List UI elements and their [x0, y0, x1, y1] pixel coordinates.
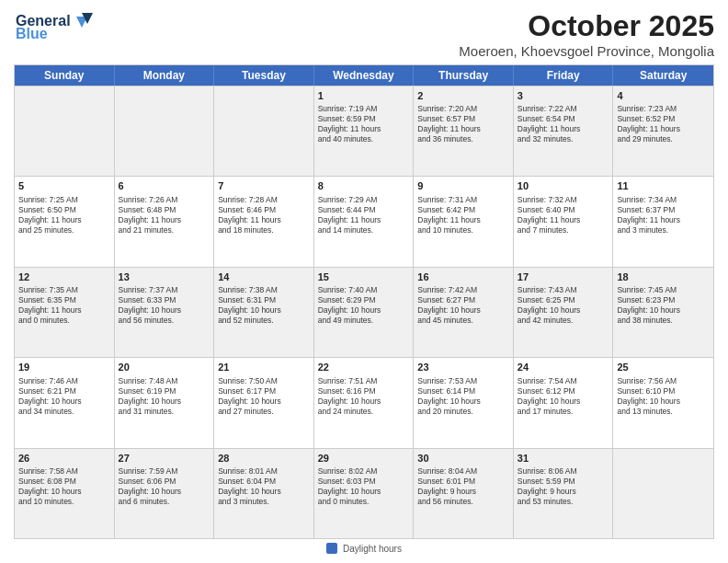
- cal-cell-0-6: 4Sunrise: 7:23 AM Sunset: 6:52 PM Daylig…: [613, 86, 713, 176]
- day-info: Sunrise: 8:04 AM Sunset: 6:01 PM Dayligh…: [417, 466, 509, 507]
- cal-cell-1-0: 5Sunrise: 7:25 AM Sunset: 6:50 PM Daylig…: [15, 177, 115, 266]
- cal-cell-3-1: 20Sunrise: 7:48 AM Sunset: 6:19 PM Dayli…: [115, 358, 215, 447]
- calendar: SundayMondayTuesdayWednesdayThursdayFrid…: [14, 64, 714, 539]
- footer-label: Daylight hours: [343, 544, 402, 554]
- cal-cell-0-1: [115, 86, 215, 176]
- day-number: 5: [18, 179, 110, 192]
- day-info: Sunrise: 7:46 AM Sunset: 6:21 PM Dayligh…: [18, 376, 110, 417]
- day-number: 14: [218, 270, 310, 283]
- day-info: Sunrise: 7:35 AM Sunset: 6:35 PM Dayligh…: [18, 285, 110, 326]
- day-number: 23: [417, 361, 509, 373]
- cal-cell-4-5: 31Sunrise: 8:06 AM Sunset: 5:59 PM Dayli…: [514, 449, 614, 538]
- header-cell-monday: Monday: [115, 65, 215, 86]
- cal-row-1: 5Sunrise: 7:25 AM Sunset: 6:50 PM Daylig…: [15, 176, 713, 266]
- header-cell-thursday: Thursday: [414, 65, 514, 86]
- cal-row-2: 12Sunrise: 7:35 AM Sunset: 6:35 PM Dayli…: [15, 267, 713, 357]
- day-number: 18: [617, 270, 710, 283]
- cal-cell-2-4: 16Sunrise: 7:42 AM Sunset: 6:27 PM Dayli…: [414, 268, 514, 357]
- day-number: 4: [617, 89, 710, 102]
- cal-cell-1-6: 11Sunrise: 7:34 AM Sunset: 6:37 PM Dayli…: [613, 177, 713, 266]
- day-number: 29: [318, 452, 410, 465]
- header-cell-saturday: Saturday: [613, 65, 713, 86]
- day-number: 7: [218, 179, 310, 192]
- day-number: 12: [18, 270, 110, 283]
- day-info: Sunrise: 7:19 AM Sunset: 6:59 PM Dayligh…: [318, 104, 410, 144]
- day-info: Sunrise: 7:58 AM Sunset: 6:08 PM Dayligh…: [18, 466, 110, 507]
- cal-cell-2-3: 15Sunrise: 7:40 AM Sunset: 6:29 PM Dayli…: [314, 268, 415, 357]
- header-cell-friday: Friday: [514, 65, 614, 86]
- cal-cell-1-3: 8Sunrise: 7:29 AM Sunset: 6:44 PM Daylig…: [314, 177, 415, 266]
- day-number: 6: [119, 179, 210, 192]
- header: General Blue October 2025 Moeroen, Khoev…: [14, 9, 714, 59]
- cal-cell-3-6: 25Sunrise: 7:56 AM Sunset: 6:10 PM Dayli…: [613, 358, 713, 447]
- svg-text:Blue: Blue: [16, 26, 48, 41]
- day-info: Sunrise: 7:53 AM Sunset: 6:14 PM Dayligh…: [417, 376, 509, 417]
- day-info: Sunrise: 7:31 AM Sunset: 6:42 PM Dayligh…: [417, 195, 509, 236]
- day-info: Sunrise: 7:29 AM Sunset: 6:44 PM Dayligh…: [318, 195, 410, 236]
- day-number: 24: [518, 361, 609, 373]
- cal-row-3: 19Sunrise: 7:46 AM Sunset: 6:21 PM Dayli…: [15, 357, 713, 447]
- day-number: 26: [18, 452, 110, 465]
- footer-dot: [326, 543, 337, 554]
- cal-cell-3-3: 22Sunrise: 7:51 AM Sunset: 6:16 PM Dayli…: [314, 358, 415, 447]
- day-number: 9: [417, 179, 509, 192]
- cal-cell-2-0: 12Sunrise: 7:35 AM Sunset: 6:35 PM Dayli…: [15, 268, 115, 357]
- day-number: 1: [318, 89, 410, 102]
- logo-svg: General Blue: [14, 9, 97, 44]
- cal-cell-1-4: 9Sunrise: 7:31 AM Sunset: 6:42 PM Daylig…: [414, 177, 514, 266]
- day-info: Sunrise: 7:59 AM Sunset: 6:06 PM Dayligh…: [119, 466, 210, 507]
- cal-cell-1-5: 10Sunrise: 7:32 AM Sunset: 6:40 PM Dayli…: [514, 177, 614, 266]
- cal-cell-4-6: [613, 449, 713, 538]
- day-number: 20: [119, 361, 210, 373]
- day-info: Sunrise: 7:38 AM Sunset: 6:31 PM Dayligh…: [218, 285, 310, 326]
- cal-cell-2-1: 13Sunrise: 7:37 AM Sunset: 6:33 PM Dayli…: [115, 268, 215, 357]
- day-info: Sunrise: 7:25 AM Sunset: 6:50 PM Dayligh…: [18, 195, 110, 236]
- day-number: 31: [518, 452, 609, 465]
- cal-cell-4-4: 30Sunrise: 8:04 AM Sunset: 6:01 PM Dayli…: [414, 449, 514, 538]
- day-info: Sunrise: 7:56 AM Sunset: 6:10 PM Dayligh…: [617, 376, 710, 417]
- day-info: Sunrise: 7:43 AM Sunset: 6:25 PM Dayligh…: [518, 285, 609, 326]
- day-number: 19: [18, 361, 110, 373]
- page: General Blue October 2025 Moeroen, Khoev…: [0, 0, 728, 563]
- main-title: October 2025: [459, 9, 714, 43]
- day-info: Sunrise: 7:50 AM Sunset: 6:17 PM Dayligh…: [218, 376, 310, 417]
- day-info: Sunrise: 7:45 AM Sunset: 6:23 PM Dayligh…: [617, 285, 710, 326]
- cal-cell-2-6: 18Sunrise: 7:45 AM Sunset: 6:23 PM Dayli…: [613, 268, 713, 357]
- day-number: 17: [518, 270, 609, 283]
- day-info: Sunrise: 7:40 AM Sunset: 6:29 PM Dayligh…: [318, 285, 410, 326]
- cal-cell-1-2: 7Sunrise: 7:28 AM Sunset: 6:46 PM Daylig…: [214, 177, 314, 266]
- day-info: Sunrise: 7:28 AM Sunset: 6:46 PM Dayligh…: [218, 195, 310, 236]
- day-number: 13: [119, 270, 210, 283]
- day-info: Sunrise: 7:26 AM Sunset: 6:48 PM Dayligh…: [119, 195, 210, 236]
- day-info: Sunrise: 8:06 AM Sunset: 5:59 PM Dayligh…: [518, 466, 609, 507]
- day-number: 25: [617, 361, 710, 373]
- calendar-header: SundayMondayTuesdayWednesdayThursdayFrid…: [15, 65, 713, 86]
- day-info: Sunrise: 7:42 AM Sunset: 6:27 PM Dayligh…: [417, 285, 509, 326]
- cal-cell-2-2: 14Sunrise: 7:38 AM Sunset: 6:31 PM Dayli…: [214, 268, 314, 357]
- cal-cell-0-0: [15, 86, 115, 176]
- cal-cell-0-2: [214, 86, 314, 176]
- cal-cell-3-5: 24Sunrise: 7:54 AM Sunset: 6:12 PM Dayli…: [514, 358, 614, 447]
- day-info: Sunrise: 7:37 AM Sunset: 6:33 PM Dayligh…: [119, 285, 210, 326]
- day-info: Sunrise: 7:54 AM Sunset: 6:12 PM Dayligh…: [518, 376, 609, 417]
- day-info: Sunrise: 7:20 AM Sunset: 6:57 PM Dayligh…: [417, 104, 509, 144]
- cal-cell-4-0: 26Sunrise: 7:58 AM Sunset: 6:08 PM Dayli…: [15, 449, 115, 538]
- header-cell-tuesday: Tuesday: [214, 65, 314, 86]
- day-number: 11: [617, 179, 710, 192]
- day-number: 30: [417, 452, 509, 465]
- cal-cell-0-5: 3Sunrise: 7:22 AM Sunset: 6:54 PM Daylig…: [514, 86, 614, 176]
- cal-cell-0-3: 1Sunrise: 7:19 AM Sunset: 6:59 PM Daylig…: [314, 86, 415, 176]
- cal-cell-4-2: 28Sunrise: 8:01 AM Sunset: 6:04 PM Dayli…: [214, 449, 314, 538]
- day-info: Sunrise: 7:23 AM Sunset: 6:52 PM Dayligh…: [617, 104, 710, 144]
- day-info: Sunrise: 8:01 AM Sunset: 6:04 PM Dayligh…: [218, 466, 310, 507]
- day-number: 28: [218, 452, 310, 465]
- subtitle: Moeroen, Khoevsgoel Province, Mongolia: [459, 43, 714, 59]
- cal-cell-2-5: 17Sunrise: 7:43 AM Sunset: 6:25 PM Dayli…: [514, 268, 614, 357]
- cal-cell-3-0: 19Sunrise: 7:46 AM Sunset: 6:21 PM Dayli…: [15, 358, 115, 447]
- cal-cell-0-4: 2Sunrise: 7:20 AM Sunset: 6:57 PM Daylig…: [414, 86, 514, 176]
- cal-cell-3-4: 23Sunrise: 7:53 AM Sunset: 6:14 PM Dayli…: [414, 358, 514, 447]
- day-info: Sunrise: 7:48 AM Sunset: 6:19 PM Dayligh…: [119, 376, 210, 417]
- cal-row-0: 1Sunrise: 7:19 AM Sunset: 6:59 PM Daylig…: [15, 86, 713, 176]
- header-cell-sunday: Sunday: [15, 65, 115, 86]
- day-info: Sunrise: 7:22 AM Sunset: 6:54 PM Dayligh…: [518, 104, 609, 144]
